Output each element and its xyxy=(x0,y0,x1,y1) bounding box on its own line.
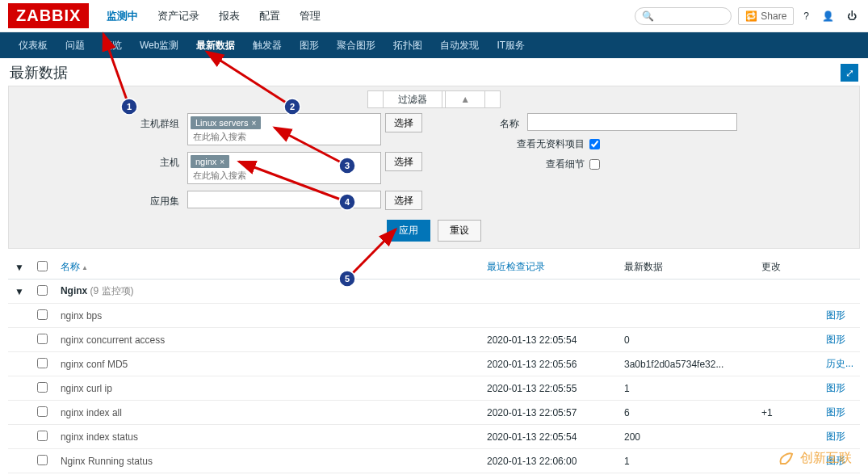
show-empty-label: 查看无资料项目 xyxy=(517,137,585,151)
item-lastcheck: 2020-01-13 22:05:54 xyxy=(480,425,618,449)
host-search-input[interactable] xyxy=(190,169,379,182)
item-lastdata: 1 xyxy=(618,376,755,401)
item-change xyxy=(755,352,820,376)
sub-nav-item[interactable]: IT服务 xyxy=(488,32,534,58)
sub-nav-item[interactable]: 最新数据 xyxy=(187,32,244,58)
col-name-header[interactable]: 名称 xyxy=(61,261,88,272)
filter-toggle[interactable]: 过滤器 ▲ xyxy=(19,93,849,107)
host-select-button[interactable]: 选择 xyxy=(385,152,422,171)
sub-nav-item[interactable]: 图形 xyxy=(291,32,328,58)
host-tag[interactable]: nginx× xyxy=(191,155,229,168)
sub-nav-item[interactable]: Web监测 xyxy=(131,32,187,58)
sub-nav-item[interactable]: 聚合图形 xyxy=(328,32,384,58)
global-search-input[interactable]: 🔍 xyxy=(635,7,732,25)
sub-nav-item[interactable]: 问题 xyxy=(57,32,94,58)
watermark: 创新互联 xyxy=(778,449,852,467)
apply-button[interactable]: 应用 xyxy=(387,220,430,242)
sub-nav-item[interactable]: 拓扑图 xyxy=(384,32,431,58)
tag-text: Linux servers xyxy=(195,118,248,128)
application-select-button[interactable]: 选择 xyxy=(385,191,422,210)
filter-panel: 过滤器 ▲ 主机群组 Linux servers× 选择 主机 nginx× xyxy=(8,86,860,249)
table-group-row: ▼ Nginx (9 监控项) xyxy=(8,280,860,304)
close-icon[interactable]: × xyxy=(220,158,224,166)
expand-all-toggle[interactable]: ▼ xyxy=(8,255,31,280)
item-name: nginx concurrent access xyxy=(54,328,480,352)
group-checkbox[interactable] xyxy=(37,285,48,296)
top-nav-item[interactable]: 配置 xyxy=(249,0,290,32)
show-empty-checkbox[interactable] xyxy=(589,139,600,149)
item-lastcheck xyxy=(480,304,618,328)
col-lastcheck-header[interactable]: 最近检查记录 xyxy=(487,261,545,272)
row-checkbox[interactable] xyxy=(37,431,48,441)
item-change xyxy=(755,376,820,401)
logout-icon[interactable]: ⏻ xyxy=(844,7,860,25)
table-row: nginx index all 2020-01-13 22:05:57 6 +1… xyxy=(8,401,860,425)
item-lastcheck: 2020-01-13 22:05:54 xyxy=(480,328,618,352)
table-row: nginx concurrent access 2020-01-13 22:05… xyxy=(8,328,860,352)
page-header: 最新数据 ⤢ xyxy=(0,58,868,86)
item-lastdata: 0 xyxy=(618,328,755,352)
table-header-row: ▼ 名称 最近检查记录 最新数据 更改 xyxy=(8,255,860,280)
share-button[interactable]: 🔁Share xyxy=(738,7,794,25)
item-lastcheck: 2020-01-13 22:05:56 xyxy=(480,352,618,376)
table-row: nginx conf MD5 2020-01-13 22:05:56 3a0b1… xyxy=(8,352,860,376)
name-input[interactable] xyxy=(527,113,737,131)
hostgroup-label: 主机群组 xyxy=(131,113,187,131)
row-checkbox[interactable] xyxy=(37,455,48,465)
table-row: nginx bps 图形 xyxy=(8,304,860,328)
top-nav-item[interactable]: 监测中 xyxy=(97,0,148,32)
reset-button[interactable]: 重设 xyxy=(438,220,481,242)
col-change-header: 更改 xyxy=(761,261,781,272)
item-action-link[interactable]: 图形 xyxy=(826,334,845,345)
sub-nav-item[interactable]: 概览 xyxy=(94,32,131,58)
row-checkbox[interactable] xyxy=(37,358,48,368)
share-label: Share xyxy=(761,11,786,22)
table-row: nginx curl ip 2020-01-13 22:05:55 1 图形 xyxy=(8,376,860,401)
top-nav-item[interactable]: 管理 xyxy=(290,0,330,32)
item-lastdata xyxy=(618,304,755,328)
close-icon[interactable]: × xyxy=(251,119,256,128)
select-all-checkbox[interactable] xyxy=(37,261,48,271)
item-action-link[interactable]: 图形 xyxy=(826,406,845,418)
table-row: Nginx Running status 2020-01-13 22:06:00… xyxy=(8,449,860,473)
row-checkbox[interactable] xyxy=(37,406,48,417)
application-input[interactable] xyxy=(187,191,381,208)
data-table: ▼ 名称 最近检查记录 最新数据 更改 ▼ Nginx (9 监控项) ngin… xyxy=(8,255,860,475)
hostgroup-select-button[interactable]: 选择 xyxy=(385,113,422,132)
top-nav: ZABBIX 监测中资产记录报表配置管理 🔍 🔁Share ? 👤 ⏻ xyxy=(0,0,868,32)
hostgroup-search-input[interactable] xyxy=(190,130,379,143)
row-checkbox[interactable] xyxy=(37,382,48,393)
item-action-link[interactable]: 图形 xyxy=(826,431,845,442)
row-checkbox[interactable] xyxy=(37,334,48,344)
tag-text: nginx xyxy=(195,157,216,166)
item-action-link[interactable]: 图形 xyxy=(826,382,845,393)
group-collapse-toggle[interactable]: ▼ xyxy=(8,280,31,304)
hostgroup-tag[interactable]: Linux servers× xyxy=(191,116,261,129)
host-input[interactable]: nginx× xyxy=(187,152,381,184)
show-details-label: 查看细节 xyxy=(546,158,585,171)
share-icon: 🔁 xyxy=(745,11,757,22)
table-row: nginx index status 2020-01-13 22:05:54 2… xyxy=(8,425,860,449)
item-name: nginx index status xyxy=(54,425,480,449)
sub-nav-item[interactable]: 触发器 xyxy=(244,32,291,58)
top-nav-item[interactable]: 资产记录 xyxy=(148,0,209,32)
item-action-link[interactable]: 图形 xyxy=(826,309,845,321)
help-icon[interactable]: ? xyxy=(800,7,812,25)
fullscreen-button[interactable]: ⤢ xyxy=(841,64,858,82)
item-lastdata: 1 xyxy=(618,449,755,473)
row-checkbox[interactable] xyxy=(37,309,48,320)
select-all-checkbox-cell[interactable] xyxy=(31,255,54,280)
group-name: Nginx xyxy=(61,285,87,296)
item-name: nginx index all xyxy=(54,401,480,425)
top-nav-item[interactable]: 报表 xyxy=(209,0,249,32)
sub-nav-item[interactable]: 自动发现 xyxy=(431,32,488,58)
user-icon[interactable]: 👤 xyxy=(819,7,837,25)
sub-nav-item[interactable]: 仪表板 xyxy=(10,32,57,58)
search-icon: 🔍 xyxy=(642,11,654,22)
show-details-checkbox[interactable] xyxy=(589,159,600,170)
filter-toggle-label: 过滤器 xyxy=(383,90,442,108)
page-title: 最新数据 xyxy=(10,63,68,82)
hostgroup-input[interactable]: Linux servers× xyxy=(187,113,381,145)
item-action-link[interactable]: 历史... xyxy=(826,358,853,369)
item-change xyxy=(755,425,820,449)
